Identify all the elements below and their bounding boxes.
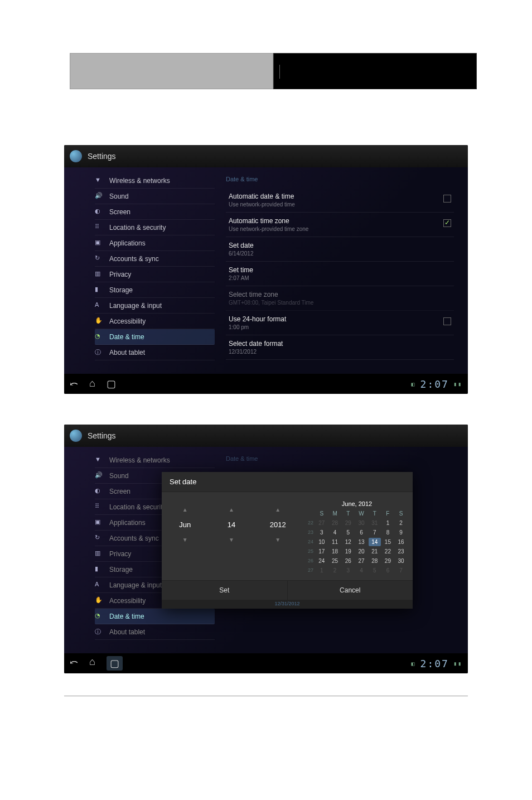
sidebar-item-sound[interactable]: 🔊Sound [95, 189, 215, 204]
sidebar-item-location[interactable]: ⠿Location & security [95, 220, 215, 235]
set-button[interactable]: Set [162, 581, 288, 600]
calendar-day[interactable]: 10 [316, 538, 328, 546]
setting-row[interactable]: Use 24-hour format1:00 pm [226, 311, 454, 335]
checkbox[interactable] [443, 317, 451, 325]
spinner-up-icon[interactable]: ▲ [208, 503, 254, 516]
sidebar-item-lang[interactable]: ALanguage & input [95, 298, 215, 314]
calendar-day[interactable]: 8 [382, 528, 394, 537]
calendar-day[interactable]: 12 [342, 538, 354, 546]
sidebar-item-storage[interactable]: ▮Storage [95, 282, 215, 298]
calendar-day[interactable]: 4 [355, 566, 367, 575]
sidebar-item-clock[interactable]: ◔Date & time [95, 609, 215, 624]
sidebar-item-privacy[interactable]: ▥Privacy [95, 267, 215, 282]
spinner-down-icon[interactable]: ▼ [208, 533, 254, 546]
sidebar-item-wifi[interactable]: ▼Wireless & networks [95, 173, 215, 189]
calendar-day[interactable]: 20 [355, 547, 367, 556]
year-spinner[interactable]: ▲ 2012 ▼ [255, 498, 301, 580]
calendar[interactable]: June, 2012 SMTWTFS2227282930311223345678… [301, 498, 413, 580]
calendar-day[interactable]: 6 [355, 528, 367, 537]
calendar-day[interactable]: 26 [342, 557, 354, 565]
year-value: 2012 [255, 516, 301, 533]
calendar-day[interactable]: 28 [329, 519, 341, 527]
sidebar-item-apps[interactable]: ▣Applications [95, 235, 215, 251]
sidebar-item-screen[interactable]: ◐Screen [95, 204, 215, 220]
calendar-corner [307, 509, 315, 518]
sidebar-item-access[interactable]: ✋Accessibility [95, 314, 215, 329]
calendar-day[interactable]: 2 [329, 566, 341, 575]
sidebar-item-about[interactable]: ⓘAbout tablet [95, 624, 215, 640]
calendar-day[interactable]: 31 [369, 519, 381, 527]
status-time: 2:07 [420, 658, 449, 669]
calendar-day[interactable]: 27 [355, 557, 367, 565]
spinner-up-icon[interactable]: ▲ [255, 503, 301, 516]
calendar-day[interactable]: 24 [316, 557, 328, 565]
setting-row[interactable]: Automatic date & timeUse network-provide… [226, 188, 454, 213]
sidebar-item-wifi[interactable]: ▼Wireless & networks [95, 452, 215, 468]
calendar-day[interactable]: 18 [329, 547, 341, 556]
calendar-day[interactable]: 9 [395, 528, 407, 537]
setting-sublabel: 6/14/2012 [229, 250, 451, 257]
calendar-day[interactable]: 22 [382, 547, 394, 556]
sidebar-item-about[interactable]: ⓘAbout tablet [95, 345, 215, 360]
checkbox[interactable] [443, 195, 451, 203]
calendar-day[interactable]: 11 [329, 538, 341, 546]
spinner-up-icon[interactable]: ▲ [162, 503, 208, 516]
calendar-day[interactable]: 6 [382, 566, 394, 575]
cancel-button[interactable]: Cancel [288, 581, 413, 600]
calendar-day[interactable]: 7 [369, 528, 381, 537]
calendar-day[interactable]: 13 [355, 538, 367, 546]
calendar-day[interactable]: 1 [382, 519, 394, 527]
calendar-day[interactable]: 14 [369, 538, 381, 546]
signal-icon: ▮▮ [453, 661, 462, 667]
calendar-day[interactable]: 16 [395, 538, 407, 546]
calendar-day[interactable]: 23 [395, 547, 407, 556]
calendar-day[interactable]: 5 [369, 566, 381, 575]
sidebar-item-label: Wireless & networks [109, 177, 170, 185]
back-icon[interactable]: ⤺ [70, 378, 78, 390]
sidebar-item-label: Location & security [109, 224, 166, 232]
calendar-day[interactable]: 19 [342, 547, 354, 556]
home-icon[interactable]: ⌂ [89, 378, 95, 390]
calendar-day[interactable]: 25 [329, 557, 341, 565]
calendar-day-header: T [342, 509, 354, 518]
month-spinner[interactable]: ▲ Jun ▼ [162, 498, 208, 580]
calendar-day[interactable]: 3 [316, 528, 328, 537]
sidebar-item-clock[interactable]: ◔Date & time [95, 329, 215, 345]
calendar-day[interactable]: 4 [329, 528, 341, 537]
sidebar-item-label: Screen [109, 488, 130, 495]
calendar-day[interactable]: 28 [369, 557, 381, 565]
calendar-day[interactable]: 5 [342, 528, 354, 537]
checkbox[interactable] [443, 219, 451, 227]
calendar-day[interactable]: 17 [316, 547, 328, 556]
calendar-day[interactable]: 29 [342, 519, 354, 527]
setting-row[interactable]: Automatic time zoneUse network-provided … [226, 213, 454, 237]
calendar-day[interactable]: 30 [395, 557, 407, 565]
sidebar-item-label: Applications [109, 519, 146, 527]
setting-row[interactable]: Set date6/14/2012 [226, 237, 454, 262]
recent-icon[interactable]: ▢ [107, 656, 123, 671]
spinner-down-icon[interactable]: ▼ [255, 533, 301, 546]
setting-row[interactable]: Set time2:07 AM [226, 262, 454, 286]
calendar-day[interactable]: 29 [382, 557, 394, 565]
calendar-day[interactable]: 30 [355, 519, 367, 527]
sync-icon: ↻ [95, 254, 104, 263]
home-icon[interactable]: ⌂ [89, 656, 95, 671]
setting-label: Select date format [229, 340, 451, 348]
calendar-day[interactable]: 1 [316, 566, 328, 575]
spinner-down-icon[interactable]: ▼ [162, 533, 208, 546]
calendar-day[interactable]: 27 [316, 519, 328, 527]
divider [64, 696, 468, 696]
calendar-day[interactable]: 2 [395, 519, 407, 527]
recent-icon[interactable]: ▢ [107, 378, 116, 390]
sidebar-item-sync[interactable]: ↻Accounts & sync [95, 251, 215, 267]
calendar-day[interactable]: 21 [369, 547, 381, 556]
calendar-day[interactable]: 7 [395, 566, 407, 575]
calendar-day[interactable]: 3 [342, 566, 354, 575]
sync-icon: ↻ [95, 534, 104, 543]
back-icon[interactable]: ⤺ [70, 656, 78, 671]
day-spinner[interactable]: ▲ 14 ▼ [208, 498, 254, 580]
location-icon: ⠿ [95, 223, 104, 232]
setting-row[interactable]: Select date format12/31/2012 [226, 335, 454, 360]
setting-label: Automatic date & time [229, 192, 451, 200]
calendar-day[interactable]: 15 [382, 538, 394, 546]
